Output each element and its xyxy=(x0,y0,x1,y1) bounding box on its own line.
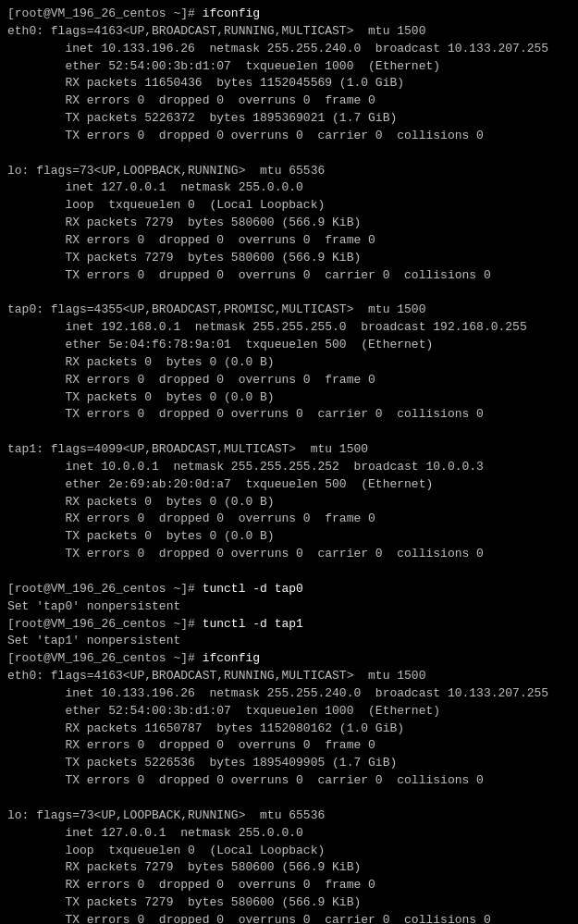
terminal-line: RX packets 7279 bytes 580600 (566.9 KiB) xyxy=(7,215,571,232)
prompt-text: [root@VM_196_26_centos ~]# xyxy=(7,651,203,665)
terminal-line: RX errors 0 dropped 0 overruns 0 frame 0 xyxy=(7,232,571,250)
terminal-line: inet 127.0.0.1 netmask 255.0.0.0 xyxy=(7,825,571,843)
command-text: tunctl -d tap0 xyxy=(203,582,303,596)
output-text: eth0: flags=4163<UP,BROADCAST,RUNNING,MU… xyxy=(7,669,425,683)
output-text: inet 10.133.196.26 netmask 255.255.240.0… xyxy=(7,42,548,55)
terminal-line: ether 2e:69:ab:20:0d:a7 txqueuelen 500 (… xyxy=(7,476,571,494)
output-text: TX packets 5226536 bytes 1895409905 (1.7… xyxy=(7,756,397,770)
terminal-line: TX errors 0 dropped 0 overruns 0 carrier… xyxy=(7,912,571,924)
output-text: RX packets 0 bytes 0 (0.0 B) xyxy=(7,495,275,509)
output-text: lo: flags=73<UP,LOOPBACK,RUNNING> mtu 65… xyxy=(7,164,325,178)
output-text: RX packets 11650787 bytes 1152080162 (1.… xyxy=(7,721,404,735)
output-text: tap1: flags=4099<UP,BROADCAST,MULTICAST>… xyxy=(7,442,368,456)
terminal-line: tap0: flags=4355<UP,BROADCAST,PROMISC,MU… xyxy=(7,302,571,319)
terminal-line: RX errors 0 dropped 0 overruns 0 frame 0 xyxy=(7,511,571,528)
output-text: TX errors 0 dropped 0 overruns 0 carrier… xyxy=(7,129,484,142)
output-text: ether 52:54:00:3b:d1:07 txqueuelen 1000 … xyxy=(7,59,440,73)
terminal-line: RX errors 0 dropped 0 overruns 0 frame 0 xyxy=(7,372,571,389)
output-text: RX errors 0 dropped 0 overruns 0 frame 0 xyxy=(7,738,375,752)
terminal-line: ether 5e:04:f6:78:9a:01 txqueuelen 500 (… xyxy=(7,337,571,354)
terminal-line xyxy=(7,424,571,441)
terminal-line: [root@VM_196_26_centos ~]# ifconfig xyxy=(7,6,571,23)
output-text: Set 'tap0' nonpersistent xyxy=(7,599,180,613)
terminal-line: inet 192.168.0.1 netmask 255.255.255.0 b… xyxy=(7,319,571,337)
terminal-line: loop txqueuelen 0 (Local Loopback) xyxy=(7,197,571,215)
output-text: TX packets 7279 bytes 580600 (566.9 KiB) xyxy=(7,895,361,909)
terminal-line: TX errors 0 drupped 0 overruns 0 carrier… xyxy=(7,267,571,285)
terminal-line: RX packets 0 bytes 0 (0.0 B) xyxy=(7,354,571,372)
output-text: inet 192.168.0.1 netmask 255.255.255.0 b… xyxy=(7,320,527,334)
output-text: RX errors 0 dropped 0 overruns 0 frame 0 xyxy=(7,878,375,892)
terminal-line: inet 10.133.196.26 netmask 255.255.240.0… xyxy=(7,41,571,58)
terminal-line: TX packets 0 bytes 0 (0.0 B) xyxy=(7,389,571,407)
terminal-line xyxy=(7,285,571,302)
terminal-line: TX packets 5226536 bytes 1895409905 (1.7… xyxy=(7,755,571,772)
terminal-line: ether 52:54:00:3b:d1:07 txqueuelen 1000 … xyxy=(7,58,571,76)
terminal-line: TX errors 0 dropped 0 overruns 0 carrier… xyxy=(7,128,571,145)
output-text: RX packets 11650436 bytes 1152045569 (1.… xyxy=(7,76,404,90)
terminal-line: eth0: flags=4163<UP,BROADCAST,RUNNING,MU… xyxy=(7,668,571,685)
output-text: RX errors 0 dropped 0 overruns 0 frame 0 xyxy=(7,373,375,387)
command-text: tunctl -d tap1 xyxy=(203,617,303,631)
terminal-line: [root@VM_196_26_centos ~]# ifconfig xyxy=(7,650,571,668)
terminal-output: [root@VM_196_26_centos ~]# ifconfigeth0:… xyxy=(7,6,571,924)
output-text: inet 127.0.0.1 netmask 255.0.0.0 xyxy=(7,826,303,840)
output-text: ether 5e:04:f6:78:9a:01 txqueuelen 500 (… xyxy=(7,338,433,351)
prompt-text: [root@VM_196_26_centos ~]# xyxy=(7,617,203,631)
terminal-line: TX packets 0 bytes 0 (0.0 B) xyxy=(7,528,571,546)
output-text: loop txqueuelen 0 (Local Loopback) xyxy=(7,198,325,212)
terminal-line: RX packets 7279 bytes 580600 (566.9 KiB) xyxy=(7,859,571,877)
output-text: loop txqueuelen 0 (Local Loopback) xyxy=(7,844,325,857)
output-text: TX packets 5226372 bytes 1895369021 (1.7… xyxy=(7,111,397,125)
terminal-line: RX packets 11650436 bytes 1152045569 (1.… xyxy=(7,75,571,92)
output-text: TX packets 7279 bytes 580600 (566.9 KiB) xyxy=(7,251,361,265)
terminal-line: RX errors 0 dropped 0 overruns 0 frame 0 xyxy=(7,877,571,894)
terminal-line: loop txqueuelen 0 (Local Loopback) xyxy=(7,843,571,860)
output-text: RX errors 0 dropped 0 overruns 0 frame 0 xyxy=(7,233,375,247)
terminal-line xyxy=(7,790,571,807)
terminal-line: Set 'tap0' nonpersistent xyxy=(7,598,571,616)
output-text: TX errors 0 dropped 0 overruns 0 carrier… xyxy=(7,407,484,421)
terminal-line: TX packets 5226372 bytes 1895369021 (1.7… xyxy=(7,110,571,128)
terminal-line: inet 10.133.196.26 netmask 255.255.240.0… xyxy=(7,685,571,703)
output-text: inet 127.0.0.1 netmask 255.0.0.0 xyxy=(7,180,303,194)
terminal-line: tap1: flags=4099<UP,BROADCAST,MULTICAST>… xyxy=(7,441,571,459)
output-text: RX errors 0 dropped 0 overruns 0 frame 0 xyxy=(7,511,375,525)
terminal-line: lo: flags=73<UP,LOOPBACK,RUNNING> mtu 65… xyxy=(7,807,571,825)
output-text: Set 'tap1' nonpersistent xyxy=(7,634,180,647)
output-text: TX errors 0 dropped 0 overruns 0 carrier… xyxy=(7,547,484,561)
terminal-line: RX errors 0 dropped 0 overruns 0 frame 0 xyxy=(7,92,571,110)
prompt-text: [root@VM_196_26_centos ~]# xyxy=(7,6,203,20)
output-text: RX packets 0 bytes 0 (0.0 B) xyxy=(7,355,275,369)
output-text: TX errors 0 drupped 0 overruns 0 carrier… xyxy=(7,268,491,282)
terminal-line: [root@VM_196_26_centos ~]# tunctl -d tap… xyxy=(7,616,571,634)
output-text: lo: flags=73<UP,LOOPBACK,RUNNING> mtu 65… xyxy=(7,808,325,822)
terminal-line: RX packets 0 bytes 0 (0.0 B) xyxy=(7,494,571,511)
output-text: TX packets 0 bytes 0 (0.0 B) xyxy=(7,529,275,543)
terminal-line: TX packets 7279 bytes 580600 (566.9 KiB) xyxy=(7,250,571,267)
output-text: RX packets 7279 bytes 580600 (566.9 KiB) xyxy=(7,216,361,229)
output-text: inet 10.0.0.1 netmask 255.255.255.252 br… xyxy=(7,460,484,474)
output-text: eth0: flags=4163<UP,BROADCAST,RUNNING,MU… xyxy=(7,24,425,38)
output-text: RX packets 7279 bytes 580600 (566.9 KiB) xyxy=(7,860,361,874)
terminal-line: ether 52:54:00:3b:d1:07 txqueuelen 1000 … xyxy=(7,703,571,721)
terminal-line: TX errors 0 dropped 0 overruns 0 carrier… xyxy=(7,546,571,563)
command-text: ifconfig xyxy=(203,651,260,665)
prompt-text: [root@VM_196_26_centos ~]# xyxy=(7,582,203,596)
output-text: tap0: flags=4355<UP,BROADCAST,PROMISC,MU… xyxy=(7,302,425,316)
terminal-line: TX errors 0 dropped 0 overruns 0 carrier… xyxy=(7,772,571,790)
output-text: TX errors 0 dropped 0 overruns 0 carrier… xyxy=(7,913,491,924)
terminal-line: [root@VM_196_26_centos ~]# tunctl -d tap… xyxy=(7,581,571,598)
terminal-line xyxy=(7,145,571,163)
output-text: RX errors 0 dropped 0 overruns 0 frame 0 xyxy=(7,93,375,107)
terminal-line: TX errors 0 dropped 0 overruns 0 carrier… xyxy=(7,406,571,424)
output-text: inet 10.133.196.26 netmask 255.255.240.0… xyxy=(7,686,548,700)
terminal-line: Set 'tap1' nonpersistent xyxy=(7,633,571,650)
terminal-line: RX errors 0 dropped 0 overruns 0 frame 0 xyxy=(7,737,571,755)
terminal-line xyxy=(7,563,571,581)
terminal-line: inet 127.0.0.1 netmask 255.0.0.0 xyxy=(7,179,571,197)
terminal-line: TX packets 7279 bytes 580600 (566.9 KiB) xyxy=(7,894,571,912)
command-text: ifconfig xyxy=(203,6,260,20)
output-text: ether 52:54:00:3b:d1:07 txqueuelen 1000 … xyxy=(7,704,440,718)
terminal-line: RX packets 11650787 bytes 1152080162 (1.… xyxy=(7,721,571,738)
